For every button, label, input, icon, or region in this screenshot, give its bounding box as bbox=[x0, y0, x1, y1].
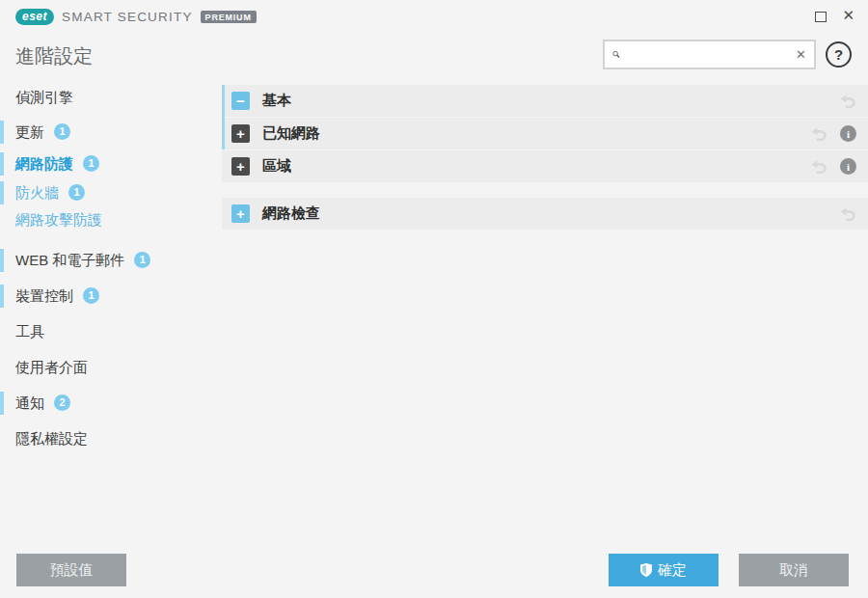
collapse-icon[interactable]: − bbox=[231, 92, 250, 110]
sidebar-item-user-interface[interactable]: 使用者介面 bbox=[0, 356, 220, 379]
section-label: 區域 bbox=[262, 157, 811, 176]
sidebar-item-firewall[interactable]: 防火牆1 bbox=[0, 181, 220, 204]
reset-icon[interactable] bbox=[840, 206, 856, 221]
settings-panel: − 基本 + 已知網路 i + 區域 bbox=[222, 85, 868, 231]
maximize-icon[interactable] bbox=[815, 12, 827, 22]
search-input[interactable] bbox=[620, 41, 790, 68]
close-icon[interactable]: ✕ bbox=[842, 7, 854, 24]
section-label: 網路檢查 bbox=[262, 204, 840, 223]
info-icon[interactable]: i bbox=[840, 125, 856, 142]
reset-icon[interactable] bbox=[811, 159, 827, 174]
section-row-network-inspector[interactable]: + 網路檢查 bbox=[222, 198, 868, 230]
ok-button[interactable]: 確定 bbox=[609, 554, 719, 586]
sidebar-item-notifications[interactable]: 通知2 bbox=[0, 392, 220, 415]
info-icon[interactable]: i bbox=[840, 158, 856, 175]
sidebar-item-device-control[interactable]: 裝置控制1 bbox=[0, 285, 220, 308]
sidebar-item-network-attack-protection[interactable]: 網路攻擊防護 bbox=[0, 208, 220, 231]
notification-badge: 1 bbox=[54, 123, 70, 140]
expand-icon[interactable]: + bbox=[231, 157, 250, 176]
cancel-button[interactable]: 取消 bbox=[739, 554, 849, 586]
modified-indicator-bar bbox=[222, 85, 225, 150]
product-name: SMART SECURITY bbox=[62, 10, 193, 24]
sidebar-item-detection-engine[interactable]: 偵測引擎 bbox=[0, 86, 220, 109]
section-label: 已知網路 bbox=[262, 124, 811, 143]
help-icon[interactable]: ? bbox=[826, 41, 852, 68]
section-row-zones[interactable]: + 區域 i bbox=[222, 150, 868, 182]
expand-icon[interactable]: + bbox=[231, 204, 250, 223]
section-label: 基本 bbox=[262, 92, 840, 110]
notification-badge: 2 bbox=[54, 394, 70, 411]
advanced-setup-window: eset SMART SECURITY PREMIUM ✕ 進階設定 ✕ ? 偵… bbox=[0, 0, 868, 598]
sidebar-item-privacy[interactable]: 隱私權設定 bbox=[0, 427, 220, 450]
reset-icon[interactable] bbox=[811, 126, 827, 141]
default-button[interactable]: 預設值 bbox=[16, 554, 126, 586]
ok-label: 確定 bbox=[658, 561, 687, 580]
notification-badge: 1 bbox=[134, 252, 150, 268]
sidebar-item-web-email[interactable]: WEB 和電子郵件1 bbox=[0, 249, 220, 272]
notification-badge: 1 bbox=[68, 184, 85, 201]
sidebar-item-tools[interactable]: 工具 bbox=[0, 320, 220, 343]
eset-logo-icon: eset bbox=[15, 9, 54, 25]
search-box[interactable]: ✕ bbox=[603, 40, 816, 69]
search-icon bbox=[612, 47, 620, 62]
edition-badge: PREMIUM bbox=[201, 11, 257, 23]
app-logo: eset SMART SECURITY PREMIUM bbox=[15, 9, 257, 25]
reset-icon[interactable] bbox=[840, 94, 856, 108]
sidebar-item-network-protection[interactable]: 網路防護1 bbox=[0, 152, 220, 176]
search-clear-icon[interactable]: ✕ bbox=[790, 47, 806, 62]
page-title: 進階設定 bbox=[15, 43, 93, 69]
notification-badge: 1 bbox=[83, 155, 99, 172]
notification-badge: 1 bbox=[83, 287, 99, 304]
sidebar-item-update[interactable]: 更新1 bbox=[0, 121, 220, 144]
section-row-basic[interactable]: − 基本 bbox=[222, 85, 868, 117]
expand-icon[interactable]: + bbox=[231, 124, 250, 143]
shield-icon bbox=[640, 563, 652, 577]
section-row-known-networks[interactable]: + 已知網路 i bbox=[222, 118, 868, 150]
